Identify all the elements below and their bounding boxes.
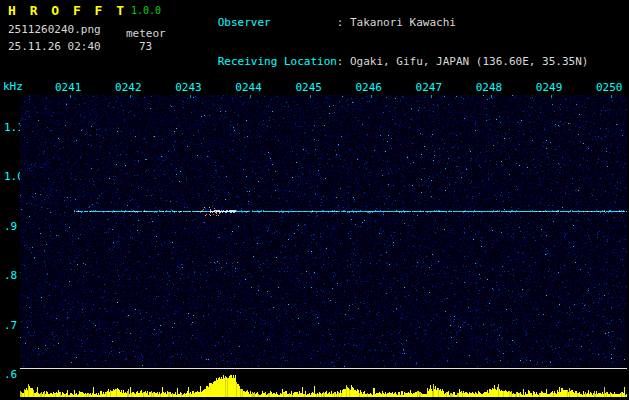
output-filename: 2511260240.png: [8, 23, 101, 36]
spectrogram-canvas: [20, 95, 627, 367]
info-label: Observer: [218, 16, 337, 29]
time-tick-label: 0241: [55, 81, 87, 94]
app-title: H R O F F T: [8, 3, 127, 18]
time-tick-label: 0242: [115, 81, 147, 94]
time-tick-label: 0246: [356, 81, 388, 94]
info-row-observer: Observer: Takanori Kawachi: [178, 3, 588, 42]
noise-bar-canvas: [20, 374, 627, 397]
info-separator: :: [337, 55, 350, 68]
info-separator: :: [337, 16, 350, 29]
app-version: 1.0.0: [131, 5, 161, 16]
time-tick-label: 0250: [596, 81, 628, 94]
info-row-location: Receiving Location: Ogaki, Gifu, JAPAN (…: [178, 42, 588, 81]
freq-tick-label: .7: [4, 319, 17, 332]
freq-tick-label: .9: [4, 220, 17, 233]
time-tick-label: 0249: [536, 81, 568, 94]
info-label: Receiving Location: [218, 55, 337, 68]
time-tick-label: 0245: [295, 81, 327, 94]
freq-axis-unit: kHz: [3, 80, 23, 93]
time-tick-label: 0247: [416, 81, 448, 94]
time-tick-label: 0248: [476, 81, 508, 94]
observation-timestamp: 25.11.26 02:40: [8, 40, 101, 53]
freq-tick-label: .6: [4, 368, 17, 381]
time-tick-label: 0244: [235, 81, 267, 94]
noise-count-value: 73: [139, 40, 152, 53]
baseline-marker: [20, 368, 627, 369]
time-tick-label: 0243: [175, 81, 207, 94]
info-value: Takanori Kawachi: [350, 16, 456, 29]
mode-label: meteor: [126, 27, 166, 40]
info-value: Ogaki, Gifu, JAPAN (136.60E, 35.35N): [350, 55, 588, 68]
freq-tick-label: .8: [4, 269, 17, 282]
